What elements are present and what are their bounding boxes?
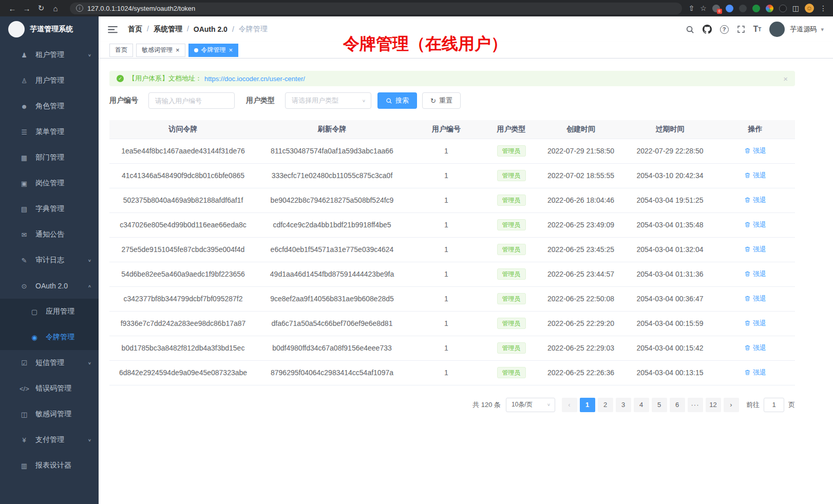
extension-icon[interactable] [766,5,773,12]
sidebar-item[interactable]: ♟ 租户管理 ∨ [0,42,99,68]
prev-page-button[interactable]: ‹ [562,398,577,412]
browser-menu-icon[interactable]: ⋮ [820,4,827,12]
user-type-cell: 管理员 [485,139,537,163]
force-logout-button[interactable]: 强退 [744,319,766,328]
browser-home-icon[interactable]: ⌂ [49,4,62,13]
font-size-icon[interactable]: TT [753,25,762,34]
expire-time-cell: 2054-03-04 00:15:59 [624,311,715,336]
extension-icon[interactable] [726,5,733,12]
breadcrumb-item[interactable]: 系统管理 [154,25,194,34]
user-avatar[interactable] [769,22,785,37]
sidebar-item[interactable]: </> 错误码管理 [0,376,99,401]
sidebar-item[interactable]: ◫ 敏感词管理 [0,401,99,427]
sidebar-item[interactable]: ☻ 角色管理 [0,93,99,119]
sidebar-menu: ♟ 租户管理 ∨ ♙ 用户管理 ☻ 角色管理 ☰ [0,42,99,478]
breadcrumb-item[interactable]: OAuth 2.0 [194,25,239,33]
share-icon[interactable]: ⇧ [688,4,694,12]
token-icon: ◉ [30,334,39,341]
app-logo[interactable]: 芋道管理系统 [0,16,99,42]
split-view-icon[interactable]: ◫ [792,4,799,12]
breadcrumb-item[interactable]: 令牌管理 [239,25,268,34]
breadcrumb-item[interactable]: 首页 [128,25,154,34]
sidebar-item-label: 通知公告 [35,230,91,239]
sidebar-item[interactable]: ⊙ OAuth 2.0 ∧ [0,273,99,299]
tab-close-icon[interactable] [229,47,233,53]
sidebar-item[interactable]: ◉ 令牌管理 [0,324,99,350]
fullscreen-icon[interactable] [737,25,745,33]
user-type-select[interactable]: 请选择用户类型 ∨ [285,92,371,109]
sidebar-item[interactable]: ☰ 菜单管理 [0,119,99,145]
force-logout-button[interactable]: 强退 [744,220,766,229]
extension-icon[interactable] [779,5,787,12]
search-icon[interactable] [686,25,694,34]
page-number-button[interactable]: 1 [580,398,595,412]
sidebar-item-label: 菜单管理 [35,127,91,137]
user-type-tag: 管理员 [497,145,526,157]
user-type-tag: 管理员 [497,219,526,230]
sidebar-item[interactable]: ♙ 用户管理 [0,68,99,93]
access-token-cell: c347026e805e4d99b0d116eae66eda8c [109,212,257,237]
page-number-button[interactable]: 3 [616,398,631,412]
page-number-button[interactable]: 5 [652,398,667,412]
trash-icon [744,295,751,302]
sidebar-item[interactable]: ▣ 岗位管理 [0,170,99,196]
force-logout-button[interactable]: 强退 [744,245,766,254]
collapse-sidebar-icon[interactable] [108,26,118,33]
goto-unit-label: 页 [788,400,795,410]
force-logout-button[interactable]: 强退 [744,294,766,303]
sidebar-item[interactable]: ▥ 报表设计器 [0,453,99,478]
access-token-cell: 41c41346a548490f9dc8b01c6bfe0865 [109,163,257,188]
page-number-button[interactable]: ··· [688,398,703,412]
sidebar-item[interactable]: ▢ 应用管理 [0,299,99,324]
refresh-token-cell: 333ecfc71e02480cb11055c875c3ca0f [257,163,407,188]
force-logout-button[interactable]: 强退 [744,146,766,156]
sidebar-item[interactable]: ¥ 支付管理 ∨ [0,427,99,453]
sidebar-item[interactable]: ✉ 通知公告 [0,222,99,247]
select-chevron-icon: ∨ [547,402,551,407]
help-icon[interactable]: ? [720,25,729,34]
user-id-cell: 1 [407,139,485,163]
page-size-select[interactable]: 10条/页 ∨ [506,398,555,412]
force-logout-button[interactable]: 强退 [744,269,766,279]
sidebar-item[interactable]: ▦ 部门管理 [0,145,99,170]
page-number-button[interactable]: 4 [634,398,649,412]
reset-button[interactable]: ↻ 重置 [422,92,461,109]
main-content: ✓ 【用户体系】文档地址： https://doc.iocoder.cn/use… [99,59,833,504]
browser-profile-avatar[interactable]: ☺ [805,4,814,13]
user-type-placeholder: 请选择用户类型 [292,96,338,105]
force-logout-label: 强退 [753,368,766,377]
user-name[interactable]: 芋道源码 [790,25,817,34]
page-number-button[interactable]: 12 [706,398,721,412]
browser-reload-icon[interactable]: ↻ [35,4,47,13]
user-id-input[interactable] [148,92,235,109]
goto-page-input[interactable] [764,398,784,412]
page-number-button[interactable]: 2 [598,398,613,412]
next-page-button[interactable]: › [724,398,739,412]
alert-close-icon[interactable]: × [783,74,788,83]
tab[interactable]: 敏感词管理 [136,44,185,57]
browser-forward-icon[interactable]: → [21,4,33,13]
sidebar-item[interactable]: ☑ 短信管理 ∨ [0,350,99,376]
extension-icon[interactable] [752,5,760,12]
search-button[interactable]: 搜索 [377,92,417,109]
access-token-cell: 502375b8040a469a9b82188afdf6af1f [109,188,257,212]
extension-icon[interactable]: 0 [712,5,720,12]
sidebar-item[interactable]: ▤ 字典管理 [0,196,99,222]
sidebar-item[interactable]: ✎ 审计日志 ∨ [0,247,99,273]
force-logout-button[interactable]: 强退 [744,368,766,377]
tab[interactable]: 令牌管理 [188,44,239,57]
tab[interactable]: 首页 [109,44,133,57]
bookmark-star-icon[interactable]: ☆ [700,4,707,12]
caret-down-icon[interactable]: ▾ [821,26,824,33]
force-logout-button[interactable]: 强退 [744,196,766,205]
tab-close-icon[interactable] [176,47,180,53]
force-logout-button[interactable]: 强退 [744,343,766,353]
address-bar[interactable]: i 127.0.0.1:1024/system/oauth2/token [70,3,682,14]
doc-link[interactable]: https://doc.iocoder.cn/user-center/ [204,75,305,83]
github-icon[interactable] [703,25,712,34]
site-info-icon[interactable]: i [76,5,83,12]
browser-back-icon[interactable]: ← [6,4,18,13]
force-logout-button[interactable]: 强退 [744,171,766,180]
extension-icon[interactable] [739,5,747,12]
page-number-button[interactable]: 6 [670,398,685,412]
